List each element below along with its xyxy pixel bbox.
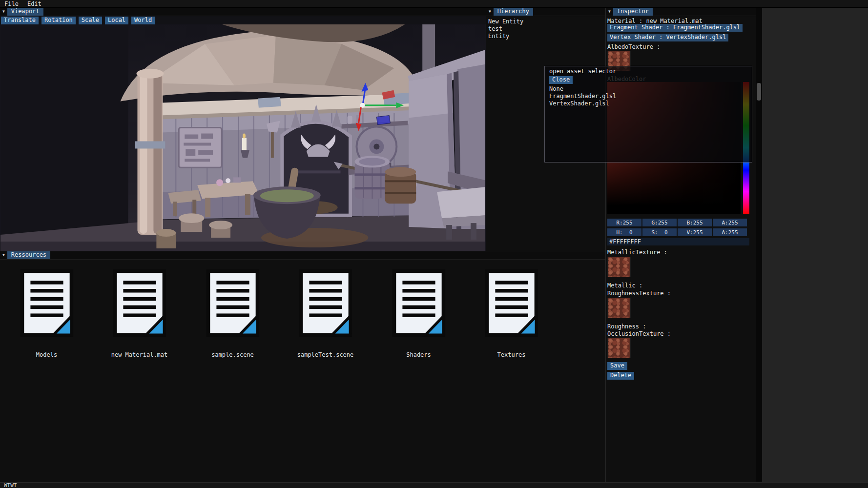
viewport-scene[interactable]: [0, 24, 486, 251]
asset-selector-popup: open asset selector Close None FragmentS…: [544, 66, 752, 163]
popup-title: open asset selector: [549, 68, 616, 75]
status-bar: WTWT: [0, 482, 868, 488]
viewport-header: ▼ Viewport: [0, 8, 486, 16]
delete-button[interactable]: Delete: [607, 372, 634, 380]
tab-resources[interactable]: Ressources: [7, 251, 50, 259]
collapse-arrow-icon[interactable]: ▼: [2, 10, 5, 14]
file-icon: [20, 269, 74, 337]
hierarchy-item-test[interactable]: test: [488, 25, 502, 32]
scrollbar-grab[interactable]: [757, 83, 761, 101]
popup-option-fragment-shader[interactable]: FragmentShader.glsl: [549, 93, 616, 100]
resource-item-shaders[interactable]: Shaders: [372, 269, 465, 358]
green-drag-field[interactable]: G:255: [642, 219, 677, 226]
file-label: Models: [0, 351, 93, 358]
file-icon: [484, 269, 539, 337]
tab-viewport[interactable]: Viewport: [7, 8, 43, 16]
resource-item-material[interactable]: new Material.mat: [93, 269, 186, 358]
file-label: Textures: [465, 351, 558, 358]
menu-file[interactable]: File: [0, 0, 23, 7]
metallic-texture-thumbnail[interactable]: [607, 257, 631, 277]
metallic-texture-label: MetallicTexture :: [607, 249, 667, 256]
occlusion-texture-thumbnail[interactable]: [607, 338, 631, 358]
hue-drag-field[interactable]: H: 0: [607, 228, 641, 236]
popup-option-none[interactable]: None: [549, 85, 563, 92]
menu-edit[interactable]: Edit: [23, 0, 46, 7]
inspector-scrollbar[interactable]: [756, 8, 762, 482]
file-label: new Material.mat: [93, 351, 186, 358]
world-button[interactable]: World: [131, 17, 155, 24]
viewport-panel: ▼ Viewport Translate Rotation Scale Loca…: [0, 8, 486, 251]
file-label: Shaders: [372, 351, 465, 358]
occlusion-texture-label: OcclusionTexture :: [607, 330, 671, 337]
popup-close-button[interactable]: Close: [549, 76, 573, 84]
resources-header: ▼ Ressources: [0, 251, 605, 260]
roughness-texture-label: RoughnessTexture :: [607, 290, 671, 297]
file-icon: [206, 269, 260, 337]
blue-drag-field[interactable]: B:255: [678, 219, 712, 226]
hierarchy-item-new-entity[interactable]: New Entity: [488, 18, 523, 25]
red-drag-field[interactable]: R:255: [607, 219, 641, 226]
roughness-texture-thumbnail[interactable]: [607, 298, 631, 318]
fragment-shader-selector[interactable]: Fragment Shader : FragmentShader.glsl: [607, 24, 743, 32]
rotation-button[interactable]: Rotation: [41, 17, 76, 24]
viewport-toolbar: Translate Rotation Scale Local World: [0, 16, 486, 24]
scale-button[interactable]: Scale: [79, 17, 102, 24]
hex-color-input[interactable]: #FFFFFFFF: [607, 238, 749, 245]
scene-render: [0, 24, 486, 251]
material-name-label: Material : new Material.mat: [607, 18, 703, 24]
file-label: sample.scene: [186, 351, 279, 358]
hierarchy-header: ▼ Hierarchy: [486, 8, 605, 16]
translate-button[interactable]: Translate: [1, 17, 39, 24]
popup-option-vertex-shader[interactable]: VertexShader.glsl: [549, 100, 609, 107]
rgba-row: R:255 G:255 B:255 A:255: [607, 219, 747, 226]
value-drag-field[interactable]: V:255: [678, 228, 712, 236]
file-icon: [392, 269, 446, 337]
hierarchy-item-entity[interactable]: Entity: [488, 33, 509, 40]
left-pillar: [135, 69, 165, 235]
roughness-label: Roughness :: [607, 323, 646, 330]
wall-sign: [179, 128, 222, 168]
resource-item-models[interactable]: Models: [0, 269, 93, 358]
saturation-drag-field[interactable]: S: 0: [642, 228, 677, 236]
resource-item-sampletest-scene[interactable]: sampleTest.scene: [279, 269, 372, 358]
menu-bar: File Edit: [0, 0, 868, 8]
status-text: WTWT: [4, 482, 17, 488]
albedo-texture-label: AlbedoTexture :: [607, 43, 660, 50]
tab-inspector[interactable]: Inspector: [613, 8, 653, 16]
file-label: sampleTest.scene: [279, 351, 372, 358]
resource-item-textures[interactable]: Textures: [465, 269, 558, 358]
resource-item-sample-scene[interactable]: sample.scene: [186, 269, 279, 358]
file-icon: [112, 269, 167, 337]
file-icon: [298, 269, 353, 337]
vertex-shader-selector[interactable]: Vertex Shader : VertexShader.glsl: [607, 34, 728, 41]
local-button[interactable]: Local: [105, 17, 128, 24]
alpha2-drag-field[interactable]: A:255: [713, 228, 747, 236]
tab-hierarchy[interactable]: Hierarchy: [494, 8, 533, 16]
hsva-row: H: 0 S: 0 V:255 A:255: [607, 228, 747, 236]
resources-panel: ▼ Ressources Models new Material.mat sam…: [0, 251, 605, 482]
collapse-arrow-icon[interactable]: ▼: [608, 10, 611, 14]
metallic-label: Metallic :: [607, 282, 642, 289]
alpha-drag-field[interactable]: A:255: [713, 219, 747, 226]
collapse-arrow-icon[interactable]: ▼: [2, 253, 5, 257]
collapse-arrow-icon[interactable]: ▼: [489, 10, 491, 14]
inspector-header: ▼ Inspector: [606, 8, 762, 16]
save-button[interactable]: Save: [607, 362, 627, 370]
